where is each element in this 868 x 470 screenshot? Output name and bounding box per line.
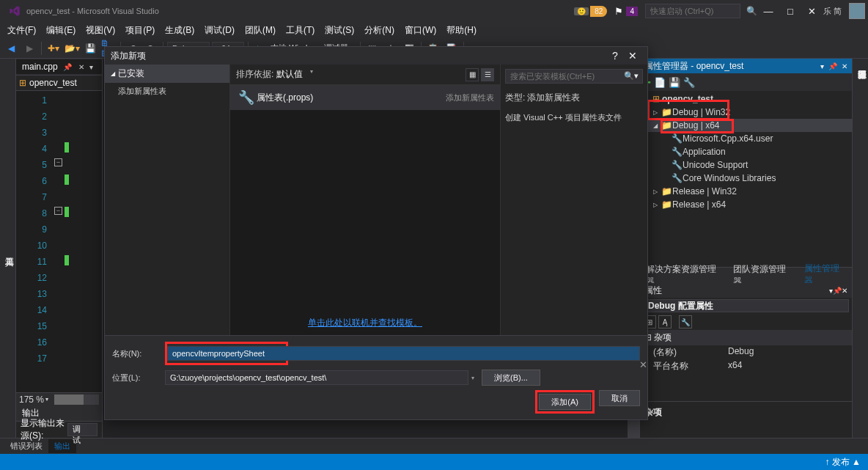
fold-column[interactable]: − − bbox=[53, 91, 65, 392]
nav-back-button[interactable]: ◀ bbox=[3, 40, 19, 56]
output-panel-close-x[interactable]: ✕ bbox=[639, 359, 867, 370]
highlight-cpp-user-node bbox=[661, 119, 734, 133]
window-minimize-button[interactable]: — bbox=[757, 4, 779, 18]
name-input[interactable] bbox=[167, 346, 640, 361]
menu-item[interactable]: 团队(M) bbox=[240, 23, 280, 38]
user-avatar[interactable] bbox=[849, 3, 865, 19]
lang-label[interactable]: 乐 简 bbox=[823, 6, 842, 17]
save-prop-icon[interactable]: 💾 bbox=[669, 77, 680, 88]
category-add-new-prop-sheet[interactable]: 添加新属性表 bbox=[105, 83, 229, 100]
properties-pane-header[interactable]: 属性 ▾ 📌 ✕ bbox=[640, 283, 852, 298]
dialog-help-button[interactable]: ? bbox=[606, 50, 624, 62]
template-item-props[interactable]: 🔧 属性表(.props) 添加新属性表 bbox=[230, 85, 500, 110]
nav-forward-button[interactable]: ▶ bbox=[21, 40, 37, 56]
browse-button[interactable]: 浏览(B)... bbox=[482, 370, 540, 386]
properties-description: 杂项 bbox=[640, 401, 852, 438]
panel-close-icon[interactable]: ✕ bbox=[842, 62, 847, 70]
wrench-icon: 🔧 bbox=[236, 89, 257, 106]
dialog-category-list[interactable]: ◢ 已安装 添加新属性表 bbox=[105, 65, 229, 335]
name-field-label: 名称(N): bbox=[112, 348, 165, 359]
document-tab-row: main.cpp 📌 ✕ ▾ bbox=[16, 59, 102, 75]
code-editor[interactable]: 1234567891011121314151617 − − bbox=[16, 91, 102, 392]
menu-item[interactable]: 项目(P) bbox=[121, 23, 159, 38]
tree-node[interactable]: 🔧Unicode Support bbox=[640, 158, 852, 172]
template-item-category: 添加新属性表 bbox=[446, 92, 494, 103]
props-icon[interactable]: 🔧 bbox=[683, 77, 695, 88]
property-row[interactable]: (名称)Debug bbox=[640, 345, 852, 359]
add-button[interactable]: 添加(A) bbox=[539, 394, 591, 410]
view-tiles-button[interactable]: ▦ bbox=[466, 68, 479, 81]
tree-node[interactable]: 🔧Core Windows Libraries bbox=[640, 172, 852, 185]
fold-toggle[interactable]: − bbox=[54, 207, 62, 215]
notification-badge-score[interactable]: 82 bbox=[590, 6, 607, 17]
close-tab-button[interactable]: ✕ bbox=[78, 63, 84, 71]
window-title: opencv_test - Microsoft Visual Studio bbox=[26, 7, 159, 15]
online-templates-link[interactable]: 单击此处以联机并查找模板。 bbox=[308, 317, 422, 328]
search-icon[interactable]: 🔍▾ bbox=[624, 71, 639, 81]
window-maximize-button[interactable]: □ bbox=[779, 4, 801, 18]
tree-node[interactable]: 🔧Microsoft.Cpp.x64.user bbox=[640, 132, 852, 145]
dialog-titlebar[interactable]: 添加新项 ? ✕ bbox=[105, 47, 647, 65]
template-search-input[interactable] bbox=[505, 69, 643, 84]
fold-toggle[interactable]: − bbox=[54, 158, 62, 166]
tree-node[interactable]: ▷📁Release | x64 bbox=[640, 198, 852, 211]
template-item-name: 属性表(.props) bbox=[257, 92, 446, 104]
tree-node[interactable]: ▷📁Release | Win32 bbox=[640, 185, 852, 198]
desc-type-label: 类型: bbox=[505, 92, 525, 103]
panel-dropdown-icon[interactable]: ▾ bbox=[820, 62, 824, 70]
tree-node[interactable]: 🔧Application bbox=[640, 145, 852, 158]
sort-combo[interactable]: 默认值 bbox=[276, 68, 313, 81]
code-body[interactable] bbox=[65, 91, 102, 392]
prop-pages-button[interactable]: 🔧 bbox=[679, 315, 692, 328]
toolbox-collapsed-strip[interactable]: 工具箱 bbox=[0, 59, 16, 438]
highlight-add-button: 添加(A) bbox=[535, 390, 595, 414]
add-existing-prop-icon[interactable]: 📄 bbox=[654, 77, 666, 88]
menu-item[interactable]: 生成(B) bbox=[161, 23, 199, 38]
property-manager-header[interactable]: 属性管理器 - opencv_test ▾ 📌 ✕ bbox=[640, 59, 852, 73]
navigation-scope-bar[interactable]: ⊞ opencv_test bbox=[16, 75, 102, 91]
menu-item[interactable]: 文件(F) bbox=[3, 23, 40, 38]
flag-icon[interactable]: ⚑ bbox=[614, 6, 623, 17]
category-installed[interactable]: ◢ 已安装 bbox=[105, 65, 229, 83]
prop-pane-close-icon[interactable]: ✕ bbox=[842, 287, 847, 295]
properties-subject-combo[interactable]: Debug 配置属性 bbox=[643, 299, 849, 312]
dialog-title: 添加新项 bbox=[111, 50, 606, 62]
cancel-button[interactable]: 取消 bbox=[599, 390, 640, 406]
location-input[interactable] bbox=[165, 370, 468, 385]
panel-pin-icon[interactable]: 📌 bbox=[828, 62, 837, 70]
quick-launch-input[interactable] bbox=[645, 4, 740, 18]
save-button[interactable]: 💾 bbox=[82, 40, 98, 56]
prop-pane-pin-icon[interactable]: 📌 bbox=[833, 287, 842, 295]
alpha-view-button[interactable]: Ą bbox=[658, 315, 672, 328]
pin-icon[interactable]: 📌 bbox=[63, 63, 72, 71]
highlight-debug-node bbox=[647, 100, 729, 120]
flag-count[interactable]: 4 bbox=[626, 7, 638, 16]
vs-logo-icon bbox=[7, 5, 22, 17]
output-source-combo[interactable]: 调试 bbox=[67, 423, 98, 436]
right-panel-tabs: 解决方案资源管理器 团队资源管理器 属性管理器 bbox=[640, 267, 852, 283]
menu-item[interactable]: 调试(D) bbox=[200, 23, 239, 38]
dialog-close-button[interactable]: ✕ bbox=[624, 50, 641, 62]
view-list-button[interactable]: ☰ bbox=[481, 68, 494, 81]
open-button[interactable]: 📂▾ bbox=[64, 40, 80, 56]
scope-project-name: opencv_test bbox=[29, 78, 77, 88]
window-close-button[interactable]: ✕ bbox=[801, 4, 823, 18]
bottom-tab-strip: 错误列表 输出 bbox=[0, 438, 868, 454]
document-tab-label: main.cpp bbox=[22, 62, 58, 72]
publish-button[interactable]: ↑ 发布 ▲ bbox=[825, 456, 861, 469]
menu-item[interactable]: 工具(T) bbox=[282, 23, 319, 38]
editor-hscrollbar[interactable] bbox=[54, 394, 99, 405]
template-description: 创建 Visual C++ 项目属性表文件 bbox=[505, 111, 643, 124]
notification-badge-bg[interactable]: 🙂 bbox=[574, 7, 589, 15]
menu-item[interactable]: 编辑(E) bbox=[42, 23, 80, 38]
menu-item[interactable]: 视图(V) bbox=[81, 23, 119, 38]
menu-item[interactable]: 分析(N) bbox=[360, 23, 399, 38]
menu-item[interactable]: 帮助(H) bbox=[442, 23, 481, 38]
server-explorer-collapsed-strip[interactable]: 服务器资源管理器 bbox=[852, 59, 868, 438]
zoom-level[interactable]: 175 % bbox=[19, 394, 44, 405]
new-project-button[interactable]: ✚▾ bbox=[45, 40, 62, 56]
tabwell-dropdown[interactable]: ▾ bbox=[87, 63, 96, 71]
document-tab-main-cpp[interactable]: main.cpp 📌 ✕ ▾ bbox=[16, 59, 102, 74]
menu-item[interactable]: 窗口(W) bbox=[400, 23, 441, 38]
menu-item[interactable]: 测试(S) bbox=[320, 23, 358, 38]
